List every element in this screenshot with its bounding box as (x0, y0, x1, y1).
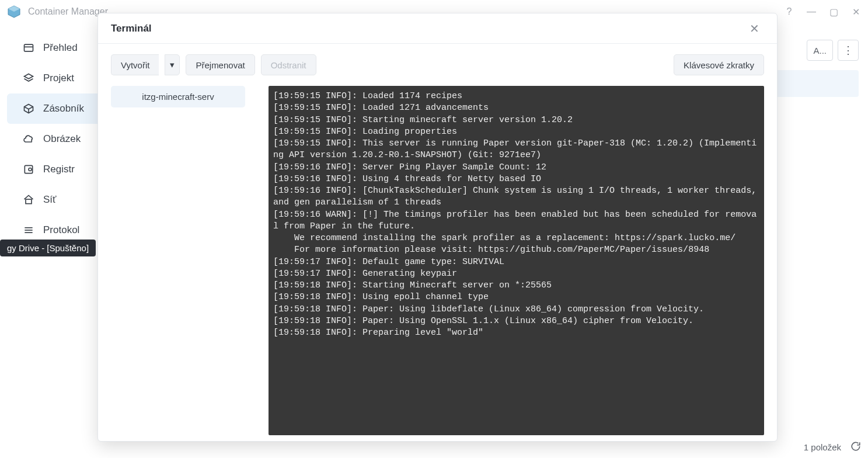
sidebar-item-label: Protokol (43, 224, 79, 236)
network-icon (22, 193, 35, 206)
refresh-button[interactable] (850, 441, 861, 453)
rename-button[interactable]: Přejmenovat (186, 54, 255, 75)
dashboard-icon (22, 41, 35, 54)
help-icon[interactable]: ? (784, 6, 794, 18)
status-bar: 1 položek (804, 441, 861, 453)
terminal-tab[interactable]: itzg-minecraft-serv (111, 86, 245, 107)
modal-toolbar: Vytvořit ▾ Přejmenovat Odstranit Kláveso… (111, 54, 764, 75)
modal-header: Terminál ✕ (98, 13, 777, 44)
terminal-output[interactable]: [19:59:15 INFO]: Loaded 1174 recipes [19… (269, 86, 764, 435)
sidebar-item-label: Projekt (43, 72, 74, 84)
registry-icon (22, 163, 35, 176)
svg-rect-11 (26, 199, 32, 204)
maximize-icon[interactable]: ▢ (828, 6, 839, 18)
close-icon[interactable]: ✕ (850, 6, 861, 18)
delete-button: Odstranit (261, 54, 316, 75)
app-icon (7, 5, 21, 19)
sidebar-item-label: Obrázek (43, 133, 81, 145)
minimize-icon[interactable]: — (806, 6, 817, 18)
terminal-tabs-panel: itzg-minecraft-serv (111, 86, 245, 435)
chevron-down-icon: ▾ (170, 60, 175, 70)
list-icon (22, 224, 35, 237)
sort-button[interactable]: A... (807, 40, 833, 61)
sidebar-item-label: Zásobník (43, 103, 84, 114)
terminal-modal: Terminál ✕ Vytvořit ▾ Přejmenovat Odstra… (97, 13, 778, 442)
svg-marker-4 (25, 74, 33, 79)
svg-rect-2 (25, 44, 33, 51)
cube-icon (22, 102, 35, 115)
sidebar-item-label: Síť (43, 194, 56, 206)
svg-point-10 (29, 168, 32, 171)
layers-icon (22, 72, 35, 85)
keyboard-shortcuts-button[interactable]: Klávesové zkratky (674, 54, 764, 75)
create-dropdown-button[interactable]: ▾ (165, 54, 180, 75)
sidebar-item-label: Registr (43, 164, 75, 175)
sidebar-item-label: Přehled (43, 42, 78, 54)
modal-title: Terminál (111, 23, 152, 34)
taskbar-tooltip: gy Drive - [Spuštěno] (0, 240, 96, 256)
modal-close-button[interactable]: ✕ (745, 19, 764, 38)
window-title: Container Manager (28, 6, 108, 17)
svg-line-7 (29, 107, 33, 109)
cloud-icon (22, 133, 35, 145)
create-button[interactable]: Vytvořit (111, 54, 159, 75)
more-actions-button[interactable]: ⋮ (838, 40, 859, 61)
item-count: 1 položek (804, 442, 841, 452)
svg-line-6 (25, 107, 29, 109)
